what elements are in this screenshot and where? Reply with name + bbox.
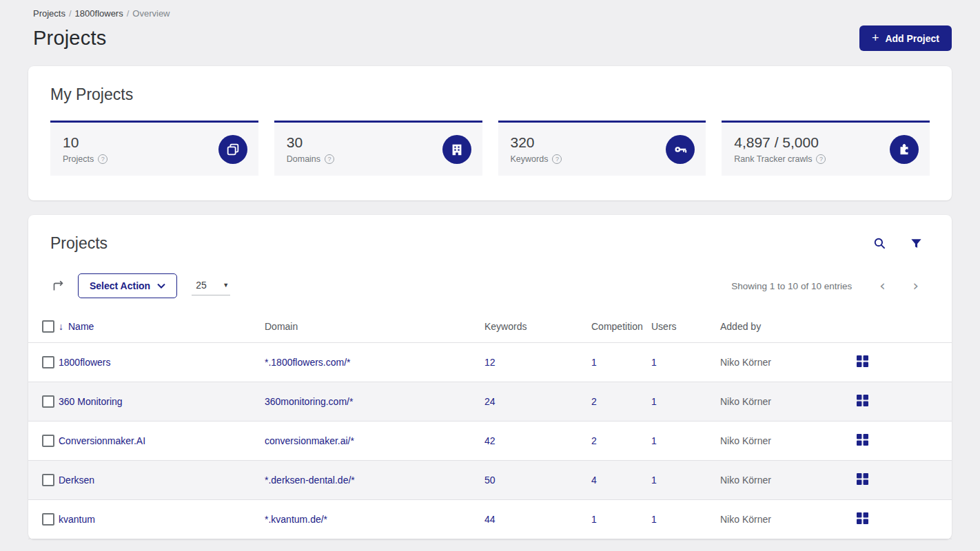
competition-count-link[interactable]: 2: [591, 435, 597, 446]
plus-icon: +: [872, 32, 879, 44]
search-icon[interactable]: [873, 237, 886, 250]
table-row: kvantum *.kvantum.de/* 44 1 1 Niko Körne…: [28, 500, 952, 539]
project-name-link[interactable]: kvantum: [59, 514, 95, 525]
project-name-link[interactable]: 1800flowers: [59, 357, 111, 368]
page-header: Projects + Add Project: [28, 25, 952, 51]
grid-icon[interactable]: [857, 395, 868, 406]
keywords-count-link[interactable]: 12: [484, 357, 496, 368]
domains-icon: [442, 135, 471, 164]
competition-count-link[interactable]: 4: [591, 475, 597, 486]
table-toolbar: Select Action 25 ▼ Showing 1 to 10 of 10…: [28, 273, 952, 298]
select-all-checkbox[interactable]: [42, 320, 54, 333]
keywords-count-link[interactable]: 42: [484, 435, 496, 446]
table-row: Conversionmaker.AI conversionmaker.ai/* …: [28, 422, 952, 461]
breadcrumb-projects[interactable]: Projects: [33, 8, 65, 19]
grid-icon[interactable]: [857, 355, 868, 367]
row-checkbox[interactable]: [42, 513, 54, 526]
page-size-value: 25: [196, 280, 207, 291]
projects-icon: [218, 135, 247, 164]
grid-icon[interactable]: [857, 512, 868, 524]
add-project-label: Add Project: [885, 33, 939, 44]
table-header-row: ↓ Name Domain Keywords Competition Users…: [28, 313, 952, 343]
competition-count-link[interactable]: 1: [591, 514, 597, 525]
showing-entries-text: Showing 1 to 10 of 10 entries: [731, 281, 852, 291]
select-action-dropdown[interactable]: Select Action: [78, 273, 177, 298]
stat-value: 30: [287, 134, 334, 151]
stat-tile-domains: 30 Domains?: [274, 121, 482, 176]
project-name-link[interactable]: Derksen: [59, 475, 94, 486]
added-by-text: Niko Körner: [720, 382, 857, 422]
column-header-domain[interactable]: Domain: [265, 313, 484, 343]
my-projects-card: My Projects 10 Projects? 30 Domains?: [28, 66, 952, 200]
help-icon[interactable]: ?: [325, 154, 334, 164]
row-checkbox[interactable]: [42, 474, 54, 486]
table-row: 1800flowers *.1800flowers.com/* 12 1 1 N…: [28, 343, 952, 382]
chevron-left-icon[interactable]: ‹: [875, 279, 889, 293]
competition-count-link[interactable]: 2: [591, 396, 597, 407]
stat-value: 10: [63, 134, 108, 151]
projects-table: ↓ Name Domain Keywords Competition Users…: [28, 313, 952, 539]
stat-label: Projects: [63, 154, 94, 164]
stat-value: 320: [511, 134, 562, 151]
users-count-link[interactable]: 1: [651, 357, 657, 368]
page-size-select[interactable]: 25 ▼: [192, 277, 230, 295]
project-name-link[interactable]: 360 Monitoring: [59, 396, 123, 407]
keywords-count-link[interactable]: 24: [484, 396, 496, 407]
added-by-text: Niko Körner: [720, 461, 857, 500]
breadcrumb-overview: Overview: [132, 8, 170, 19]
column-header-competition[interactable]: Competition: [591, 313, 651, 343]
project-domain-link[interactable]: *.1800flowers.com/*: [265, 357, 351, 368]
projects-table-title: Projects: [50, 234, 108, 253]
help-icon[interactable]: ?: [552, 154, 562, 164]
row-checkbox[interactable]: [42, 435, 54, 447]
row-checkbox[interactable]: [42, 395, 54, 408]
page: Projects/1800flowers/Overview Projects +…: [0, 0, 980, 539]
grid-icon[interactable]: [857, 434, 868, 446]
column-header-users[interactable]: Users: [651, 313, 720, 343]
add-project-button[interactable]: + Add Project: [859, 25, 952, 51]
stat-value: 4,897 / 5,000: [734, 134, 826, 151]
users-count-link[interactable]: 1: [651, 514, 657, 525]
competition-count-link[interactable]: 1: [591, 357, 597, 368]
filter-icon[interactable]: [910, 237, 923, 250]
select-action-label: Select Action: [90, 280, 150, 291]
stat-tile-crawls: 4,897 / 5,000 Rank Tracker crawls?: [722, 121, 930, 176]
help-icon[interactable]: ?: [98, 154, 108, 164]
grid-icon[interactable]: [857, 473, 868, 485]
chevron-right-icon[interactable]: ›: [909, 279, 923, 293]
project-domain-link[interactable]: 360monitoring.com/*: [265, 396, 353, 407]
column-header-keywords[interactable]: Keywords: [484, 313, 591, 343]
stat-tile-keywords: 320 Keywords?: [498, 121, 706, 176]
table-row: 360 Monitoring 360monitoring.com/* 24 2 …: [28, 382, 952, 422]
column-header-added-by[interactable]: Added by: [720, 313, 857, 343]
export-arrow-icon[interactable]: [50, 278, 65, 293]
row-checkbox[interactable]: [42, 356, 54, 368]
users-count-link[interactable]: 1: [651, 396, 657, 407]
stat-tile-projects: 10 Projects?: [50, 121, 258, 176]
projects-table-card: Projects: [28, 215, 952, 539]
puzzle-icon: [890, 135, 919, 164]
stats-grid: 10 Projects? 30 Domains?: [50, 121, 930, 176]
stat-label: Domains: [287, 154, 320, 164]
column-header-name: Name: [68, 321, 94, 332]
breadcrumb: Projects/1800flowers/Overview: [28, 8, 952, 19]
project-name-link[interactable]: Conversionmaker.AI: [59, 435, 145, 446]
caret-down-icon: ▼: [223, 282, 229, 289]
help-icon[interactable]: ?: [816, 154, 826, 164]
table-row: Derksen *.derksen-dental.de/* 50 4 1 Nik…: [28, 461, 952, 500]
project-domain-link[interactable]: *.kvantum.de/*: [265, 514, 327, 525]
project-domain-link[interactable]: *.derksen-dental.de/*: [265, 475, 355, 486]
stat-label: Rank Tracker crawls: [734, 154, 812, 164]
keywords-count-link[interactable]: 44: [484, 514, 496, 525]
project-domain-link[interactable]: conversionmaker.ai/*: [265, 435, 354, 446]
breadcrumb-1800flowers[interactable]: 1800flowers: [75, 8, 123, 19]
users-count-link[interactable]: 1: [651, 475, 657, 486]
users-count-link[interactable]: 1: [651, 435, 657, 446]
added-by-text: Niko Körner: [720, 343, 857, 382]
sort-arrow-icon: ↓: [59, 322, 63, 331]
sort-by-name[interactable]: ↓ Name: [59, 321, 94, 332]
keywords-count-link[interactable]: 50: [484, 475, 496, 486]
breadcrumb-separator: /: [127, 8, 130, 19]
breadcrumb-separator: /: [69, 8, 72, 19]
stat-label: Keywords: [511, 154, 549, 164]
